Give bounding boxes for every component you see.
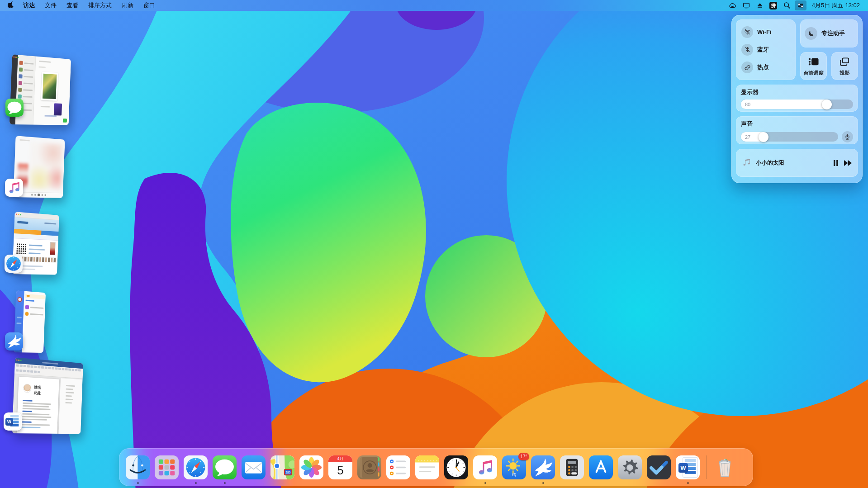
dock-contacts[interactable] bbox=[357, 455, 381, 479]
dock-safari[interactable] bbox=[184, 455, 208, 479]
xunlei-icon bbox=[531, 455, 555, 479]
chat-send-button bbox=[63, 118, 67, 123]
messages-icon[interactable] bbox=[5, 99, 24, 117]
xunlei-icon[interactable] bbox=[5, 332, 23, 351]
chat-photo-message bbox=[41, 72, 58, 101]
focus-label: 专注助手 bbox=[821, 29, 845, 38]
dock-music[interactable] bbox=[473, 455, 497, 479]
stage-window-word[interactable]: 姓名 此处 bbox=[12, 357, 83, 434]
mirroring-toggle[interactable]: 投影 bbox=[831, 52, 858, 80]
todo-icon bbox=[647, 455, 671, 479]
now-playing-card[interactable]: 小小的太阳 bbox=[736, 149, 858, 177]
search-icon[interactable] bbox=[781, 0, 793, 10]
svg-text:280: 280 bbox=[285, 470, 290, 474]
bluetooth-toggle[interactable]: 蓝牙 bbox=[741, 44, 796, 56]
menu-file[interactable]: 文件 bbox=[41, 0, 61, 11]
hotspot-label: 热点 bbox=[757, 63, 769, 71]
stage-manager-label: 台前调度 bbox=[804, 70, 824, 76]
mirroring-icon bbox=[839, 56, 850, 67]
xunlei-list bbox=[22, 291, 46, 353]
display-slider-value: 80 bbox=[745, 102, 750, 107]
word-styles-panel bbox=[58, 378, 82, 434]
pause-icon[interactable] bbox=[834, 160, 838, 166]
dock: 280 4月 5 晴 17° W bbox=[119, 448, 753, 486]
eject-icon[interactable] bbox=[754, 0, 766, 10]
menu-bar: 访达 文件 查看 排序方式 刷新 窗口 拼 4月5日 周五 13:02 bbox=[0, 0, 868, 11]
control-center-icon[interactable] bbox=[795, 0, 806, 10]
dock-photos[interactable] bbox=[299, 455, 323, 479]
dock-maps[interactable]: 280 bbox=[270, 455, 294, 479]
trash-icon bbox=[713, 455, 737, 479]
finder-icon bbox=[126, 455, 150, 479]
dock-messages[interactable] bbox=[213, 455, 237, 479]
mail-icon bbox=[242, 455, 266, 479]
sound-slider-knob[interactable] bbox=[759, 132, 768, 142]
dock-calendar[interactable]: 4月 5 bbox=[328, 455, 352, 479]
dock-word[interactable]: W bbox=[676, 455, 700, 479]
hotspot-link-icon bbox=[741, 62, 753, 73]
wifi-off-icon bbox=[741, 26, 753, 38]
calendar-day: 5 bbox=[328, 462, 352, 479]
fast-forward-icon[interactable] bbox=[844, 160, 852, 166]
sound-label: 声音 bbox=[741, 120, 853, 128]
music-content bbox=[29, 142, 63, 190]
dock-divider bbox=[706, 455, 707, 479]
stage-manager-icon bbox=[808, 56, 819, 67]
calendar-icon: 4月 5 bbox=[328, 455, 352, 479]
stage-manager-toggle[interactable]: 台前调度 bbox=[800, 52, 827, 80]
weather-temp-badge: 17° bbox=[518, 453, 529, 460]
settings-icon bbox=[618, 455, 642, 479]
messages-icon bbox=[213, 455, 237, 479]
display-slider-knob[interactable] bbox=[822, 99, 832, 109]
display-icon[interactable] bbox=[740, 0, 752, 10]
dock-mail[interactable] bbox=[242, 455, 266, 479]
wifi-toggle[interactable]: Wi-Fi bbox=[741, 26, 796, 38]
dock-appstore[interactable] bbox=[589, 455, 613, 479]
dock-notes[interactable] bbox=[415, 455, 439, 479]
mirroring-label: 投影 bbox=[840, 70, 850, 76]
dock-todo[interactable] bbox=[647, 455, 671, 479]
clock-icon bbox=[444, 455, 468, 479]
control-center-panel: Wi-Fi 蓝牙 热点 专注助手 bbox=[731, 15, 863, 183]
focus-toggle[interactable]: 专注助手 bbox=[800, 19, 858, 47]
dock-calculator[interactable] bbox=[560, 455, 584, 479]
word-icon[interactable]: W bbox=[4, 412, 22, 431]
dock-weather[interactable]: 晴 17° bbox=[502, 455, 526, 479]
menu-app-name[interactable]: 访达 bbox=[19, 0, 39, 11]
webpage-portrait bbox=[50, 242, 56, 255]
maps-icon: 280 bbox=[270, 455, 294, 479]
safari-icon[interactable] bbox=[5, 255, 23, 273]
menu-window[interactable]: 窗口 bbox=[139, 0, 159, 11]
dock-trash[interactable] bbox=[713, 455, 737, 479]
dock-settings[interactable] bbox=[618, 455, 642, 479]
menu-view[interactable]: 查看 bbox=[62, 0, 82, 11]
chat-image-thumb bbox=[54, 104, 62, 116]
dock-launchpad[interactable] bbox=[155, 455, 179, 479]
music-icon[interactable] bbox=[5, 179, 23, 197]
pinyin-input-badge: 拼 bbox=[769, 2, 777, 9]
display-slider-fill bbox=[741, 99, 830, 109]
word-page: 姓名 此处 bbox=[16, 377, 59, 434]
connectivity-card: Wi-Fi 蓝牙 热点 bbox=[736, 19, 796, 80]
apple-menu[interactable] bbox=[5, 0, 17, 10]
dock-xunlei[interactable] bbox=[531, 455, 555, 479]
menu-clock[interactable]: 4月5日 周五 13:02 bbox=[808, 1, 863, 9]
wifi-label: Wi-Fi bbox=[757, 28, 772, 35]
word-letter: W bbox=[678, 463, 688, 473]
calendar-month: 4月 bbox=[328, 455, 352, 462]
microphone-icon[interactable] bbox=[842, 131, 853, 142]
cloud-icon[interactable] bbox=[727, 0, 739, 10]
bluetooth-off-icon bbox=[741, 44, 753, 56]
display-slider[interactable]: 80 bbox=[741, 99, 853, 109]
input-method-icon[interactable]: 拼 bbox=[768, 0, 779, 10]
dock-clock[interactable] bbox=[444, 455, 468, 479]
contacts-icon bbox=[357, 455, 381, 479]
sound-slider[interactable]: 27 bbox=[741, 132, 838, 142]
hotspot-toggle[interactable]: 热点 bbox=[741, 62, 796, 73]
dock-reminders[interactable] bbox=[386, 455, 410, 479]
menu-refresh[interactable]: 刷新 bbox=[118, 0, 138, 11]
menu-sort[interactable]: 排序方式 bbox=[84, 0, 116, 11]
apple-logo-icon bbox=[8, 1, 15, 10]
dock-finder[interactable] bbox=[126, 455, 150, 479]
now-playing-title: 小小的太阳 bbox=[756, 159, 829, 167]
